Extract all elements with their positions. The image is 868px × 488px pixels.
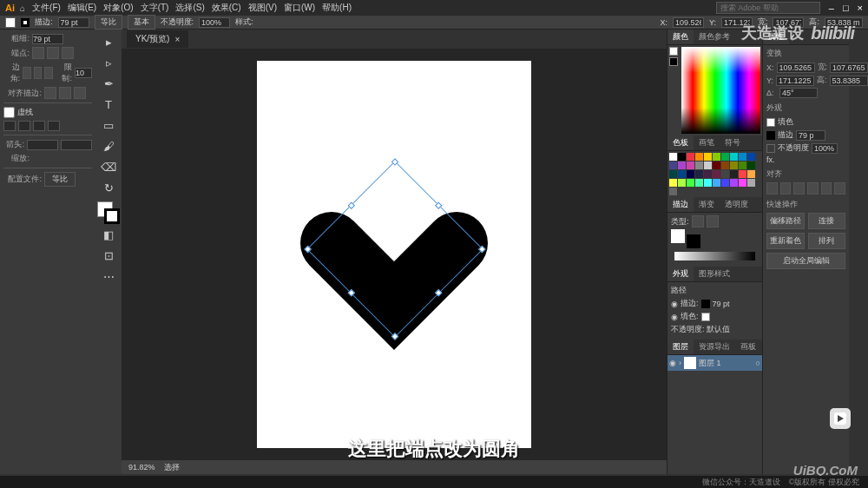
artboard[interactable] xyxy=(257,61,531,448)
prop-fill-chip[interactable] xyxy=(766,118,775,127)
eraser-tool[interactable]: ⌫ xyxy=(98,156,119,177)
stroke-width-input[interactable] xyxy=(58,17,89,28)
canvas-viewport[interactable] xyxy=(122,49,667,460)
swatch-cell[interactable] xyxy=(678,153,686,161)
align-right-button[interactable] xyxy=(793,182,805,195)
swatch-cell[interactable] xyxy=(739,170,746,178)
tab-graphic-styles[interactable]: 图形样式 xyxy=(694,267,735,281)
color-stroke-chip[interactable] xyxy=(669,57,678,66)
fill-stroke-swatches[interactable] xyxy=(97,201,120,224)
fx-row[interactable]: fx. xyxy=(766,155,845,164)
menu-window[interactable]: 窗口(W) xyxy=(284,2,315,14)
swatch-cell[interactable] xyxy=(713,162,720,169)
screen-mode-button[interactable]: ⊡ xyxy=(98,245,119,266)
menu-object[interactable]: 对象(O) xyxy=(103,2,133,14)
swatch-cell[interactable] xyxy=(713,170,720,178)
qa-join[interactable]: 连接 xyxy=(808,213,846,229)
menu-file[interactable]: 文件(F) xyxy=(32,2,61,14)
stroke-swatch[interactable] xyxy=(21,18,30,27)
brush-tool[interactable]: 🖌 xyxy=(98,135,119,156)
swatch-cell[interactable] xyxy=(669,162,677,169)
arrow-end[interactable] xyxy=(61,140,92,150)
swatch-cell[interactable] xyxy=(730,179,738,187)
rectangle-tool[interactable]: ▭ xyxy=(98,115,119,135)
grad-chip-2[interactable] xyxy=(687,234,700,248)
qa-global-edit[interactable]: 启动全局编辑 xyxy=(766,253,845,269)
gradient-slider[interactable] xyxy=(674,252,755,260)
swatch-cell[interactable] xyxy=(739,153,746,161)
swatch-cell[interactable] xyxy=(704,170,712,178)
cap-butt-button[interactable] xyxy=(32,47,44,59)
appear-stroke-chip[interactable] xyxy=(701,300,710,308)
appear-stroke-row[interactable]: ◉ 描边: 79 pt xyxy=(671,298,759,309)
radial-gradient-button[interactable] xyxy=(707,215,719,228)
prop-stroke-input[interactable] xyxy=(796,130,825,141)
swatch-cell[interactable] xyxy=(721,153,729,161)
menu-view[interactable]: 视图(V) xyxy=(248,2,277,14)
type-tool[interactable]: T xyxy=(98,94,119,115)
tab-color[interactable]: 颜色 xyxy=(667,30,694,44)
prop-opacity-chip[interactable] xyxy=(766,144,775,153)
swatch-cell[interactable] xyxy=(721,162,729,169)
corner-miter-button[interactable] xyxy=(23,67,31,79)
swatch-cell[interactable] xyxy=(747,162,755,169)
corner-bevel-button[interactable] xyxy=(44,67,53,79)
appear-fill-chip[interactable] xyxy=(701,313,710,321)
expand-icon[interactable]: › xyxy=(679,359,681,367)
linear-gradient-button[interactable] xyxy=(692,215,704,228)
play-overlay-icon[interactable] xyxy=(830,408,851,429)
layer-row[interactable]: ◉ › 图层 1 ○ xyxy=(667,355,762,371)
menu-select[interactable]: 选择(S) xyxy=(175,2,204,14)
lp-limit-input[interactable] xyxy=(75,68,92,78)
qa-arrange[interactable]: 排列 xyxy=(808,233,846,249)
swatch-cell[interactable] xyxy=(695,170,703,178)
fill-swatch[interactable] xyxy=(5,17,16,28)
appear-opacity-row[interactable]: 不透明度: 默认值 xyxy=(671,324,759,335)
tab-gradient[interactable]: 渐变 xyxy=(694,197,720,212)
minimize-button[interactable]: – xyxy=(829,3,834,13)
tab-layers[interactable]: 图层 xyxy=(667,340,694,354)
align-center-button[interactable] xyxy=(44,87,56,99)
swatch-cell[interactable] xyxy=(747,153,755,161)
dash-checkbox[interactable] xyxy=(3,107,15,118)
rotate-tool[interactable]: ↻ xyxy=(98,177,119,198)
swatch-cell[interactable] xyxy=(669,153,677,161)
align-vcenter-button[interactable] xyxy=(821,182,832,195)
grad-chip-1[interactable] xyxy=(671,229,685,243)
swatch-cell[interactable] xyxy=(739,179,746,187)
appear-fill-row[interactable]: ◉ 填色: xyxy=(671,311,759,322)
tab-stroke-p[interactable]: 描边 xyxy=(667,197,694,212)
swatch-cell[interactable] xyxy=(704,179,712,187)
zoom-level[interactable]: 91.82% xyxy=(128,463,155,472)
prop-angle-input[interactable] xyxy=(779,88,818,98)
handle-tl[interactable] xyxy=(391,158,398,165)
dash-2[interactable] xyxy=(33,121,45,131)
swatch-cell[interactable] xyxy=(695,153,703,161)
prop-stroke-chip[interactable] xyxy=(766,131,775,140)
menu-help[interactable]: 帮助(H) xyxy=(322,2,352,14)
corner-round-button[interactable] xyxy=(34,67,43,79)
swatch-cell[interactable] xyxy=(730,162,738,169)
swatch-cell[interactable] xyxy=(739,162,746,169)
swatch-cell[interactable] xyxy=(669,179,677,187)
color-fill-chip[interactable] xyxy=(669,47,678,56)
home-icon[interactable]: ⌂ xyxy=(20,3,25,13)
tab-swatches[interactable]: 色板 xyxy=(667,135,694,150)
swatch-cell[interactable] xyxy=(713,153,720,161)
qa-recolor[interactable]: 重新着色 xyxy=(766,233,805,249)
swatch-cell[interactable] xyxy=(687,162,694,169)
close-button[interactable]: × xyxy=(858,3,863,13)
swatch-cell[interactable] xyxy=(747,179,755,187)
align-top-button[interactable] xyxy=(807,182,819,195)
swatch-cell[interactable] xyxy=(678,162,686,169)
menu-effect[interactable]: 效果(C) xyxy=(212,2,241,14)
color-spectrum[interactable] xyxy=(681,47,760,134)
swatch-cell[interactable] xyxy=(669,170,677,178)
tab-transparency[interactable]: 透明度 xyxy=(720,197,753,212)
prop-w-input[interactable] xyxy=(830,63,868,73)
swatch-cell[interactable] xyxy=(687,153,694,161)
swatch-cell[interactable] xyxy=(713,179,720,187)
cap-square-button[interactable] xyxy=(62,47,74,59)
brush-basic[interactable]: 基本 xyxy=(128,15,155,30)
prop-h-input[interactable] xyxy=(830,76,868,86)
